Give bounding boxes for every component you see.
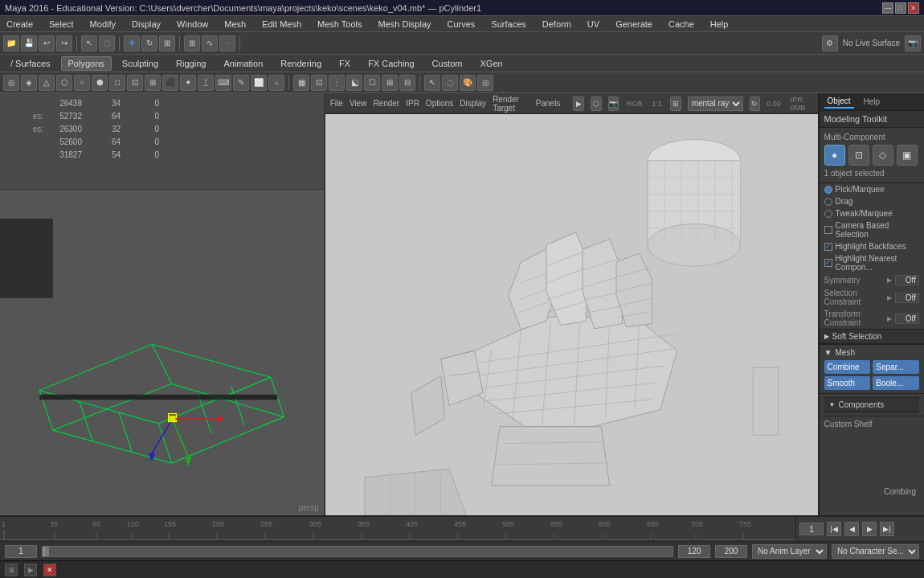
render-menu-panels[interactable]: Panels bbox=[536, 99, 561, 108]
toolbar-btn-1[interactable]: 📁 bbox=[3, 35, 19, 51]
menu-display[interactable]: Display bbox=[129, 18, 164, 31]
timeline-ruler[interactable]: 1 35 85 120 155 205 255 305 bbox=[0, 517, 795, 541]
render-tb-btn3[interactable]: 📷 bbox=[608, 96, 619, 111]
tb2-btn-15[interactable]: ⬜ bbox=[251, 75, 267, 91]
tb2-btn-7[interactable]: □ bbox=[109, 75, 125, 91]
tb2-btn-8[interactable]: ⊡ bbox=[127, 75, 143, 91]
mesh-smooth-btn[interactable]: Smooth bbox=[824, 376, 871, 390]
tb2-btn-20[interactable]: ⬕ bbox=[346, 75, 362, 91]
ctx-surfaces[interactable]: / Surfaces bbox=[3, 56, 58, 71]
menu-surfaces[interactable]: Surfaces bbox=[488, 18, 529, 31]
render-menu-render[interactable]: Render bbox=[373, 99, 399, 108]
tb2-paint[interactable]: 🎨 bbox=[460, 75, 476, 91]
render-menu-ipr[interactable]: IPR bbox=[406, 99, 419, 108]
right-viewport[interactable] bbox=[325, 114, 818, 515]
ctx-fx[interactable]: FX bbox=[332, 56, 358, 71]
sel-constraint-val[interactable]: Off bbox=[895, 293, 919, 303]
tb2-btn-23[interactable]: ⊟ bbox=[399, 75, 415, 91]
render-tb-btn2[interactable]: ⬡ bbox=[591, 96, 602, 111]
option-highlight-nearest[interactable]: Highlight Nearest Compon... bbox=[820, 252, 924, 273]
render-menu-display[interactable]: Display bbox=[460, 99, 486, 108]
timeline-next[interactable]: ▶ bbox=[862, 522, 877, 536]
tb2-btn-17[interactable]: ▦ bbox=[293, 75, 309, 91]
ctx-fxcaching[interactable]: FX Caching bbox=[361, 56, 421, 71]
ctx-custom[interactable]: Custom bbox=[425, 56, 470, 71]
menu-window[interactable]: Window bbox=[174, 18, 211, 31]
tb2-btn-12[interactable]: ⌶ bbox=[198, 75, 214, 91]
menu-deform[interactable]: Deform bbox=[539, 18, 574, 31]
menu-uv[interactable]: UV bbox=[584, 18, 603, 31]
render-refresh[interactable]: ↻ bbox=[750, 96, 761, 111]
toolbar-scale[interactable]: ⊞ bbox=[159, 35, 175, 51]
render-menu-render-target[interactable]: Render Target bbox=[493, 95, 529, 113]
tb2-btn-16[interactable]: ⬦ bbox=[268, 75, 284, 91]
ctx-rendering[interactable]: Rendering bbox=[273, 56, 329, 71]
menu-modify[interactable]: Modify bbox=[87, 18, 119, 31]
components-header[interactable]: ▼ Components bbox=[824, 397, 919, 412]
tb2-btn-14[interactable]: ✎ bbox=[233, 75, 249, 91]
soft-selection-header[interactable]: ▶ Soft Selection bbox=[820, 329, 924, 344]
mc-icon-edge[interactable]: ⊡ bbox=[848, 145, 869, 166]
tb2-btn-5[interactable]: ○ bbox=[74, 75, 90, 91]
mc-icon-uvs[interactable]: ▣ bbox=[897, 145, 918, 166]
toolbar-select[interactable]: ↖ bbox=[81, 35, 97, 51]
toolbar-render-settings[interactable]: ⚙ bbox=[822, 35, 838, 51]
char-set-select[interactable]: No Character Se... bbox=[832, 544, 919, 559]
toolbar-snap-curve[interactable]: ∿ bbox=[202, 35, 218, 51]
timeline-next-end[interactable]: ▶| bbox=[880, 522, 894, 536]
radio-tweak[interactable] bbox=[824, 210, 832, 218]
toolbar-rotate[interactable]: ↻ bbox=[141, 35, 157, 51]
check-camera[interactable] bbox=[824, 226, 832, 234]
frame-end-input[interactable] bbox=[678, 545, 710, 558]
toolbar-camera[interactable]: 📷 bbox=[905, 35, 921, 51]
tb2-btn-10[interactable]: ⬛ bbox=[162, 75, 178, 91]
tb2-btn-3[interactable]: △ bbox=[39, 75, 55, 91]
mesh-section-header[interactable]: ▼ Mesh bbox=[824, 348, 919, 357]
option-tweak[interactable]: Tweak/Marquee bbox=[820, 207, 924, 219]
toolbar-snap-pt[interactable]: · bbox=[219, 35, 235, 51]
frame-current-input[interactable] bbox=[5, 545, 37, 558]
check-highlight-nearest[interactable] bbox=[824, 259, 832, 267]
tb2-btn-2[interactable]: ◈ bbox=[21, 75, 37, 91]
anim-layer-select[interactable]: No Anim Layer bbox=[752, 544, 827, 559]
tb2-btn-9[interactable]: ⊞ bbox=[145, 75, 161, 91]
attr-tab-object[interactable]: Object bbox=[824, 95, 854, 109]
option-camera-sel[interactable]: Camera Based Selection bbox=[820, 219, 924, 240]
toolbar-btn-3[interactable]: ↩ bbox=[39, 35, 55, 51]
tb2-pick[interactable]: ↖ bbox=[424, 75, 440, 91]
toolbar-btn-4[interactable]: ↪ bbox=[56, 35, 72, 51]
ctx-polygons[interactable]: Polygons bbox=[61, 56, 112, 71]
status-icon-1[interactable]: 🖥 bbox=[5, 564, 18, 576]
tb2-lasso2[interactable]: ◌ bbox=[442, 75, 458, 91]
render-tb-btn1[interactable]: ▶ bbox=[573, 96, 584, 111]
menu-curves[interactable]: Curves bbox=[444, 18, 479, 31]
menu-cache[interactable]: Cache bbox=[665, 18, 697, 31]
ctx-sculpting[interactable]: Sculpting bbox=[115, 56, 166, 71]
render-tb-btn4[interactable]: ⊞ bbox=[670, 96, 681, 111]
option-drag[interactable]: Drag bbox=[820, 195, 924, 207]
timeline-prev-start[interactable]: |◀ bbox=[827, 522, 841, 536]
ctx-animation[interactable]: Animation bbox=[216, 56, 270, 71]
left-viewport[interactable]: persp bbox=[0, 190, 324, 515]
timeline-prev[interactable]: ◀ bbox=[844, 522, 859, 536]
option-highlight-back[interactable]: Highlight Backfaces bbox=[820, 240, 924, 252]
mc-icon-vertex[interactable]: ● bbox=[824, 145, 845, 166]
toolbar-lasso[interactable]: ◌ bbox=[99, 35, 115, 51]
option-pick-marquee[interactable]: Pick/Marquee bbox=[820, 183, 924, 195]
symmetry-val[interactable]: Off bbox=[895, 275, 919, 285]
menu-help[interactable]: Help bbox=[707, 18, 732, 31]
render-menu-view[interactable]: View bbox=[350, 99, 367, 108]
tb2-btn-11[interactable]: ✦ bbox=[180, 75, 196, 91]
maximize-button[interactable]: □ bbox=[895, 2, 906, 14]
frame-slider[interactable] bbox=[42, 546, 673, 557]
tb2-btn-22[interactable]: ⊞ bbox=[382, 75, 398, 91]
render-menu-file[interactable]: File bbox=[330, 99, 343, 108]
ctx-xgen[interactable]: XGen bbox=[473, 56, 510, 71]
trans-constraint-val[interactable]: Off bbox=[895, 314, 919, 324]
attr-tab-help[interactable]: Help bbox=[861, 96, 884, 108]
tb2-btn-13[interactable]: ⌨ bbox=[215, 75, 231, 91]
menu-select[interactable]: Select bbox=[46, 18, 77, 31]
radio-drag[interactable] bbox=[824, 198, 832, 206]
sel-constraint-arrow[interactable]: ▶ bbox=[887, 294, 892, 301]
mesh-combine-btn[interactable]: Combine bbox=[824, 360, 871, 374]
